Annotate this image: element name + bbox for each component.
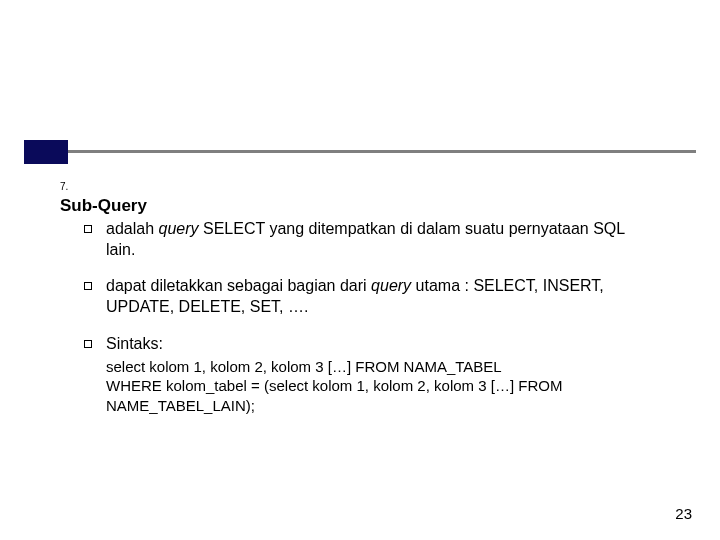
bullet-item: Sintaks:	[84, 334, 654, 355]
list-body: Sub-Query adalah query SELECT yang ditem…	[60, 195, 654, 416]
syntax-block: select kolom 1, kolom 2, kolom 3 […] FRO…	[106, 357, 654, 416]
header-rule	[24, 140, 696, 164]
syntax-line: WHERE kolom_tabel = (select kolom 1, kol…	[106, 376, 654, 396]
bullet-item: adalah query SELECT yang ditempatkan di …	[84, 219, 654, 261]
rule-navy-block	[24, 140, 68, 164]
syntax-line: select kolom 1, kolom 2, kolom 3 […] FRO…	[106, 357, 654, 377]
bullet-text: adalah query SELECT yang ditempatkan di …	[106, 219, 654, 261]
bullet-text: dapat diletakkan sebagai bagian dari que…	[106, 276, 654, 318]
list-number: 7.	[60, 174, 82, 193]
rule-grey-line	[24, 150, 696, 153]
bullet-text: Sintaks:	[106, 334, 654, 355]
syntax-line: NAME_TABEL_LAIN);	[106, 396, 654, 416]
slide-content: 7. Sub-Query adalah query SELECT yang di…	[60, 174, 680, 415]
square-bullet-icon	[84, 225, 92, 233]
page-number: 23	[675, 505, 692, 522]
square-bullet-icon	[84, 282, 92, 290]
section-title: Sub-Query	[60, 195, 654, 217]
square-bullet-icon	[84, 340, 92, 348]
bullet-item: dapat diletakkan sebagai bagian dari que…	[84, 276, 654, 318]
